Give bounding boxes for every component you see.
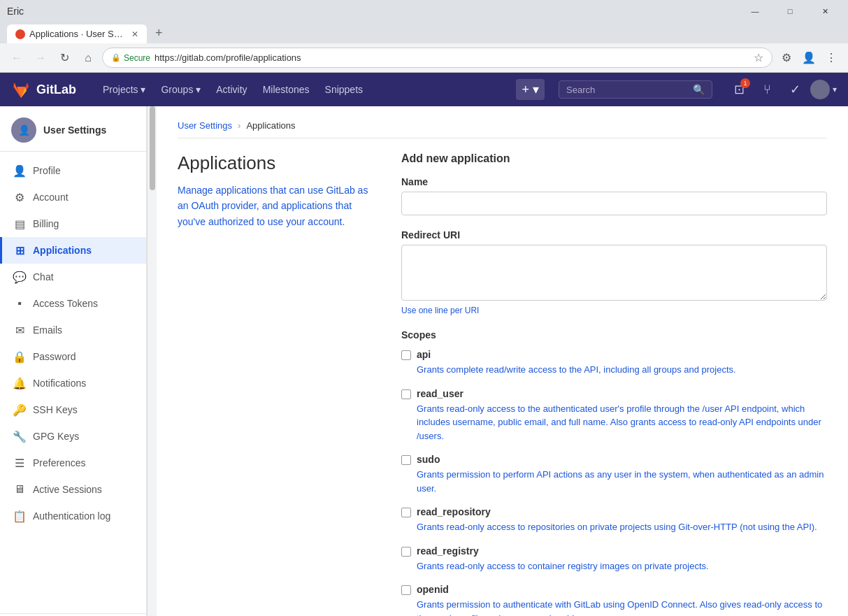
nav-groups[interactable]: Groups ▾ [154, 81, 208, 98]
sidebar-item-profile[interactable]: 👤 Profile [0, 157, 146, 184]
sidebar-item-ssh-keys[interactable]: 🔑 SSH Keys [0, 396, 146, 423]
nav-plus-button[interactable]: + ▾ [516, 79, 545, 100]
nav-projects[interactable]: Projects ▾ [96, 81, 152, 98]
nav-todos-icon[interactable]: ✓ [782, 77, 807, 102]
sidebar-item-chat[interactable]: 💬 Chat [0, 264, 146, 290]
gitlab-logo-text: GitLab [36, 83, 76, 97]
reload-button[interactable]: ↻ [55, 48, 74, 68]
back-button[interactable]: ← [7, 48, 27, 68]
secure-label: Secure [124, 53, 150, 63]
gitlab-logo-icon [11, 80, 31, 99]
billing-icon: ▤ [13, 217, 26, 230]
scope-desc-read-registry: Grants read-only access to container reg… [401, 559, 827, 573]
nav-user-avatar[interactable] [810, 80, 830, 99]
auth-log-icon: 📋 [13, 510, 26, 522]
scope-name-read-user: read_user [417, 388, 463, 399]
access-tokens-icon: ▪ [13, 297, 26, 310]
nav-menu: Projects ▾ Groups ▾ Activity Milestones … [96, 81, 370, 98]
home-button[interactable]: ⌂ [78, 48, 98, 68]
redirect-uri-field-group: Redirect URI Use one line per URI [401, 229, 827, 315]
scopes-group: Scopes api Grants complete read/write ac… [401, 329, 827, 616]
sidebar-item-billing[interactable]: ▤ Billing [0, 210, 146, 237]
extensions-icon[interactable]: ⚙ [777, 48, 796, 68]
sidebar-item-preferences-label: Preferences [33, 457, 85, 468]
toolbar-icons: ⚙ 👤 ⋮ [777, 48, 841, 68]
sidebar-item-ssh-keys-label: SSH Keys [33, 404, 78, 415]
preferences-icon: ☰ [13, 457, 26, 469]
active-sessions-icon: 🖥 [13, 483, 26, 496]
scope-item-api: api Grants complete read/write access to… [401, 349, 827, 377]
sidebar-item-gpg-keys[interactable]: 🔧 GPG Keys [0, 423, 146, 450]
new-tab-button[interactable]: + [147, 22, 171, 43]
sidebar-item-password[interactable]: 🔒 Password [0, 343, 146, 370]
scope-checkbox-api[interactable] [401, 350, 411, 360]
breadcrumb: User Settings › Applications [178, 120, 827, 138]
scope-item-openid: openid Grants permission to authenticate… [401, 584, 827, 616]
nav-activity[interactable]: Activity [209, 81, 254, 98]
address-bar[interactable]: 🔒 Secure https://gitlab.com/profile/appl… [102, 48, 772, 68]
titlebar-left: Eric [7, 6, 24, 17]
gitlab-navbar: GitLab Projects ▾ Groups ▾ Activity Mile… [0, 73, 848, 106]
sidebar-item-active-sessions-label: Active Sessions [33, 484, 102, 495]
titlebar-user-name: Eric [7, 6, 24, 17]
gpg-keys-icon: 🔧 [13, 430, 26, 443]
scope-name-openid: openid [417, 584, 449, 595]
sidebar-item-billing-label: Billing [33, 218, 59, 229]
page-title: Applications [178, 152, 373, 174]
browser-menu-icon[interactable]: ⋮ [821, 48, 841, 68]
scope-checkbox-openid[interactable] [401, 585, 411, 595]
nav-snippets[interactable]: Snippets [318, 81, 370, 98]
redirect-uri-label: Redirect URI [401, 229, 827, 241]
forward-button[interactable]: → [31, 48, 50, 68]
sidebar-item-preferences[interactable]: ☰ Preferences [0, 450, 146, 476]
breadcrumb-parent-link[interactable]: User Settings [178, 120, 232, 131]
sidebar-item-notifications[interactable]: 🔔 Notifications [0, 370, 146, 396]
sidebar-item-applications[interactable]: ⊞ Applications [0, 237, 146, 264]
account-icon[interactable]: 👤 [799, 48, 819, 68]
scope-item-read-registry: read_registry Grants read-only access to… [401, 545, 827, 573]
sidebar-user-avatar: 👤 [11, 117, 36, 143]
url-display[interactable]: https://gitlab.com/profile/applications [154, 52, 749, 63]
minimize-button[interactable]: — [739, 4, 771, 18]
main-content: User Settings › Applications Application… [157, 106, 848, 616]
name-input[interactable] [401, 192, 827, 215]
redirect-uri-input[interactable] [401, 245, 827, 301]
scope-checkbox-sudo[interactable] [401, 455, 411, 465]
scope-desc-openid: Grants permission to authenticate with G… [401, 598, 827, 616]
scope-checkbox-read-user[interactable] [401, 389, 411, 399]
notifications-icon: 🔔 [13, 377, 26, 389]
scope-checkbox-read-registry[interactable] [401, 547, 411, 557]
name-field-group: Name [401, 176, 827, 215]
sidebar-collapse-button[interactable]: « Collapse sidebar [0, 613, 146, 616]
scope-checkbox-read-repository[interactable] [401, 508, 411, 517]
sidebar-item-emails[interactable]: ✉ Emails [0, 317, 146, 343]
nav-search-bar[interactable]: 🔍 [559, 80, 712, 99]
nav-merge-requests-icon[interactable]: ⑂ [754, 77, 779, 102]
applications-icon: ⊞ [13, 244, 26, 257]
nav-search-input[interactable] [566, 85, 689, 95]
nav-avatar-dropdown[interactable]: ▾ [833, 85, 837, 94]
sidebar-item-access-tokens[interactable]: ▪ Access Tokens [0, 290, 146, 317]
close-button[interactable]: ✕ [809, 4, 841, 18]
sidebar-item-auth-log-label: Authentication log [33, 510, 110, 522]
sidebar-scroll-thumb[interactable] [150, 106, 155, 190]
active-tab[interactable]: Applications · User Settin... ✕ [7, 24, 147, 43]
sidebar-item-emails-label: Emails [33, 324, 62, 336]
tab-title: Applications · User Settin... [29, 29, 127, 39]
nav-milestones[interactable]: Milestones [256, 81, 317, 98]
name-label: Name [401, 176, 827, 187]
scope-header-openid: openid [401, 584, 827, 595]
profile-icon: 👤 [13, 164, 26, 177]
content-inner: User Settings › Applications Application… [157, 106, 848, 616]
sidebar-item-active-sessions[interactable]: 🖥 Active Sessions [0, 476, 146, 503]
gitlab-logo[interactable]: GitLab [11, 80, 76, 99]
sidebar-scroll-rail[interactable] [147, 106, 157, 616]
maximize-button[interactable]: □ [774, 4, 806, 18]
scope-desc-read-repository: Grants read-only access to repositories … [401, 520, 827, 534]
bookmark-icon[interactable]: ☆ [754, 51, 763, 64]
sidebar-item-auth-log[interactable]: 📋 Authentication log [0, 503, 146, 529]
page-body: Applications Manage applications that ca… [178, 152, 827, 616]
tab-close-button[interactable]: ✕ [131, 29, 138, 39]
sidebar-item-account[interactable]: ⚙ Account [0, 184, 146, 210]
nav-issues-icon[interactable]: ⊡ 1 [726, 77, 752, 102]
